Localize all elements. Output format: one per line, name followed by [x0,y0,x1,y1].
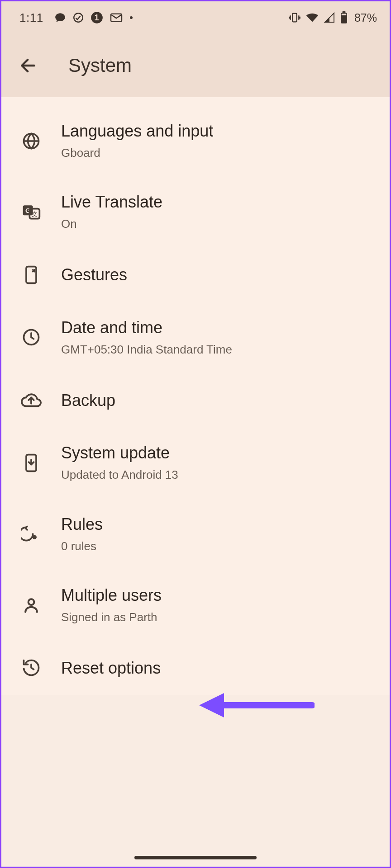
item-title: Gestures [61,264,127,285]
svg-text:文: 文 [32,211,38,217]
item-subtitle: Gboard [61,145,213,161]
status-bar: 1:11 1 87% [1,1,390,34]
item-backup[interactable]: Backup [1,373,390,427]
chat-icon [54,12,66,24]
gestures-icon [19,263,43,287]
person-icon [19,594,43,617]
status-right: 87% [288,11,377,24]
svg-rect-4 [292,14,296,22]
item-subtitle: 0 rules [61,538,103,554]
battery-icon [340,11,348,24]
item-reset-options[interactable]: Reset options [1,641,390,695]
item-subtitle: Signed in as Parth [61,609,162,625]
translate-icon: G文 [19,200,43,224]
item-title: Languages and input [61,121,213,141]
item-system-update[interactable]: System update Updated to Android 13 [1,427,390,498]
signal-icon [324,12,335,23]
svg-rect-6 [342,11,345,13]
item-title: Reset options [61,658,161,678]
item-title: Live Translate [61,192,162,212]
item-gestures[interactable]: Gestures [1,248,390,302]
status-time: 1:11 [19,11,43,25]
reset-icon [19,656,43,679]
backup-icon [19,388,43,412]
item-date-and-time[interactable]: Date and time GMT+05:30 India Standard T… [1,302,390,373]
item-title: Backup [61,390,115,410]
item-live-translate[interactable]: G文 Live Translate On [1,176,390,247]
page-title: System [68,55,132,76]
item-subtitle: GMT+05:30 India Standard Time [61,341,232,358]
notif-count-icon: 1 [91,11,103,24]
notif-count-label: 1 [91,11,103,24]
dot-icon [129,16,133,19]
item-subtitle: On [61,216,162,232]
mail-icon [110,12,123,23]
vibrate-icon [288,11,301,24]
home-indicator[interactable] [134,856,257,859]
globe-icon [19,129,43,153]
svg-point-3 [130,16,133,19]
app-bar: System [1,34,390,97]
item-multiple-users[interactable]: Multiple users Signed in as Parth [1,570,390,641]
svg-point-17 [29,599,34,605]
rules-icon [19,522,43,546]
item-rules[interactable]: Rules 0 rules [1,499,390,570]
item-subtitle: Updated to Android 13 [61,467,178,483]
arrow-back-icon [19,56,38,75]
wifi-icon [305,12,319,23]
item-title: System update [61,443,178,463]
item-title: Rules [61,514,103,534]
item-languages-and-input[interactable]: Languages and input Gboard [1,105,390,176]
back-button[interactable] [15,52,42,79]
svg-rect-13 [26,266,36,283]
sync-icon [72,12,84,24]
system-update-icon [19,451,43,475]
svg-rect-7 [342,14,347,15]
svg-point-16 [33,535,37,539]
item-title: Date and time [61,317,232,338]
settings-list: Languages and input Gboard G文 Live Trans… [1,97,390,695]
status-left: 1:11 1 [19,11,133,25]
clock-icon [19,326,43,349]
battery-percent: 87% [354,11,377,24]
item-title: Multiple users [61,585,162,605]
